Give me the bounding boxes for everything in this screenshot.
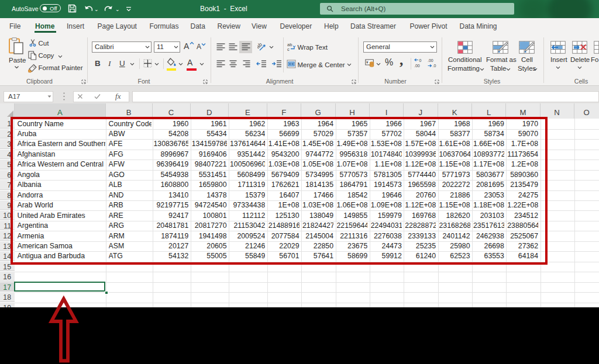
svg-text:.00: .00	[428, 58, 433, 63]
svg-text:0: 0	[419, 58, 422, 63]
svg-text:.0: .0	[433, 64, 436, 68]
svg-text:ab: ab	[257, 42, 263, 50]
svg-text:.00: .00	[414, 64, 420, 68]
svg-text:c: c	[287, 47, 290, 51]
svg-text:¥: ¥	[366, 60, 369, 64]
